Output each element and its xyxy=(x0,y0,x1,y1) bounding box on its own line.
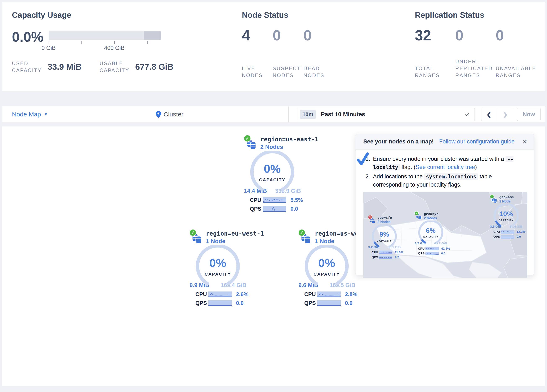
capacity-percent: 0.0% xyxy=(12,30,48,44)
system-locations-code: system.locations xyxy=(424,173,478,180)
locality-name: region=us-east-1 xyxy=(260,136,313,143)
cpu-label: CPU xyxy=(304,291,317,298)
cpu-value: 5.5% xyxy=(290,197,303,203)
capacity-bar-track xyxy=(48,31,161,40)
cpu-value: 42.5% xyxy=(441,247,450,250)
locality-name: region=eu-west-1 xyxy=(206,230,258,237)
capacity-axis-ticks xyxy=(48,40,161,44)
qps-label: QPS xyxy=(418,252,425,255)
unavailable-ranges-metric: 0 UNAVAILABLE RANGES xyxy=(496,27,536,79)
time-range-dropdown[interactable]: 10m Past 10 Minutes xyxy=(297,108,475,121)
status-ok-icon: ✓ xyxy=(298,229,306,236)
map-node-geo-ams: ✓ geo=ams 1 Node xyxy=(490,195,527,239)
map-pin-icon xyxy=(156,111,161,118)
cpu-label: CPU xyxy=(493,230,501,234)
map-node-geo-nyc: ✓ geo=nyc 2 Nodes xyxy=(414,212,454,255)
live-nodes-metric: 4 LIVE NODES xyxy=(242,27,273,79)
suspect-nodes-metric: 0 SUSPECT NODES xyxy=(273,27,303,79)
cpu-sparkline xyxy=(263,197,286,203)
status-ok-icon: ✓ xyxy=(490,194,494,199)
cpu-label: CPU xyxy=(195,291,208,298)
capacity-bar-chart: 0 GiB 400 GiB xyxy=(48,31,161,51)
gauge-percent: 10% xyxy=(492,210,520,218)
popup-body: 1. Ensure every node in your cluster was… xyxy=(356,150,534,278)
node-status-section: Node Status 4 LIVE NODES 0 SUSPECT NODES xyxy=(242,11,334,79)
toolbar-divider xyxy=(288,106,289,123)
config-step-2: 2. Add locations to the system.locations… xyxy=(365,172,527,189)
close-icon[interactable]: ✕ xyxy=(522,139,527,145)
node-map-page: Capacity Usage 0.0% 0 GiB 400 Gi xyxy=(0,0,547,392)
qps-value: 0.0 xyxy=(441,252,446,255)
cpu-value: 2.8% xyxy=(345,291,357,298)
cpu-value: 12.3% xyxy=(517,230,526,234)
status-ok-icon: ✓ xyxy=(244,135,251,142)
cpu-sparkline xyxy=(208,291,232,297)
node-map-config-popup: See your nodes on a map! Follow our conf… xyxy=(356,134,534,275)
cpu-sparkline xyxy=(425,247,439,250)
capacity-bar-reserved-segment xyxy=(144,31,161,40)
qps-value: 0.0 xyxy=(345,300,352,306)
qps-label: QPS xyxy=(371,255,379,259)
qps-sparkline xyxy=(379,256,392,259)
locality-name: geo=ams xyxy=(499,195,527,199)
time-range-badge: 10m xyxy=(300,110,316,119)
view-selector-dropdown[interactable]: Node Map ▼ xyxy=(12,106,48,123)
locality-node-count: 1 Node xyxy=(206,238,258,245)
capacity-usage-section: Capacity Usage 0.0% 0 GiB 400 Gi xyxy=(12,11,173,74)
usable-capacity-label: USABLE CAPACITY xyxy=(100,60,130,74)
locality-eu-west-1[interactable]: ✓ region=eu-west-1 1 Node xyxy=(189,230,258,306)
now-button[interactable]: Now xyxy=(517,108,540,121)
capacity-gauge: 9% CAPACITY xyxy=(371,224,398,248)
used-capacity-value: 33.9 MiB xyxy=(48,62,82,72)
breadcrumb-cluster-label: Cluster xyxy=(164,111,184,118)
popup-title: See your nodes on a map! xyxy=(363,138,434,145)
view-selector-label: Node Map xyxy=(12,111,41,118)
cpu-label: CPU xyxy=(371,250,379,254)
gauge-percent: 0% xyxy=(248,162,296,175)
gauge-capacity-label: CAPACITY xyxy=(303,272,351,277)
config-step-1: 1. Ensure every node in your cluster was… xyxy=(365,155,527,171)
locality-tree-link[interactable]: See current locality tree xyxy=(416,164,475,170)
gauge-percent: 0% xyxy=(303,256,351,270)
capacity-gauge: 10% CAPACITY xyxy=(492,204,520,228)
used-capacity-label: USED CAPACITY xyxy=(12,60,42,74)
cpu-sparkline xyxy=(501,230,514,233)
chevron-down-icon xyxy=(465,113,469,116)
cpu-sparkline xyxy=(379,251,392,254)
qps-value: 0.0 xyxy=(517,235,521,239)
locality-node-count: 2 Nodes xyxy=(260,144,313,150)
cpu-value: 11.0% xyxy=(395,250,403,254)
qps-sparkline xyxy=(425,252,439,255)
locality-node-count: 2 Nodes xyxy=(424,216,454,220)
time-range-label: Past 10 Minutes xyxy=(321,111,365,118)
dead-nodes-metric: 0 DEAD NODES xyxy=(303,27,334,79)
node-map-canvas: ✓ region=us-east-1 2 Nodes xyxy=(2,126,545,386)
view-toolbar: Node Map ▼ Cluster 10m Past 10 Minutes ❮… xyxy=(2,106,545,123)
time-prev-button[interactable]: ❮ xyxy=(481,108,497,121)
capacity-gauge: 6% CAPACITY xyxy=(417,220,444,245)
cluster-summary-panel: Capacity Usage 0.0% 0 GiB 400 Gi xyxy=(2,2,545,92)
status-ok-icon: ✓ xyxy=(189,229,197,236)
breadcrumb[interactable]: Cluster xyxy=(156,106,184,123)
time-next-button[interactable]: ❯ xyxy=(497,108,513,121)
locality-us-east-1[interactable]: ✓ region=us-east-1 2 Nodes xyxy=(244,136,313,212)
capacity-gauge: 0% CAPACITY xyxy=(303,245,351,288)
popup-header: See your nodes on a map! Follow our conf… xyxy=(356,134,534,150)
gauge-capacity-label: CAPACITY xyxy=(248,177,296,182)
cpu-label: CPU xyxy=(250,197,263,203)
node-status-title: Node Status xyxy=(242,11,334,20)
cpu-label: CPU xyxy=(418,247,425,250)
qps-label: QPS xyxy=(195,300,208,306)
qps-sparkline xyxy=(263,206,286,212)
example-map-illustration: 1 geo=sfo 2 Nodes xyxy=(363,192,527,278)
usable-capacity-value: 677.8 GiB xyxy=(135,62,173,72)
locality-name: geo=nyc xyxy=(424,212,454,216)
gauge-percent: 0% xyxy=(194,256,242,270)
qps-value: 0.0 xyxy=(236,300,244,306)
qps-value: 4.7 xyxy=(395,255,399,259)
gauge-percent: 9% xyxy=(371,231,398,238)
total-ranges-metric: 32 TOTAL RANGES xyxy=(415,27,455,79)
configuration-guide-link[interactable]: Follow our configuration guide xyxy=(439,138,514,145)
caret-down-icon: ▼ xyxy=(44,112,48,117)
capacity-usage-title: Capacity Usage xyxy=(12,11,173,20)
